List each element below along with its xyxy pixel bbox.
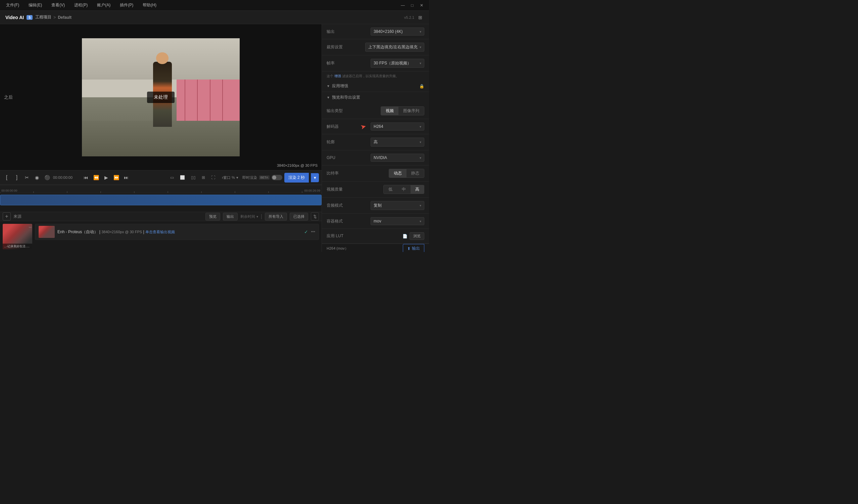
crop-dropdown[interactable]: 上下黑边填充/左右黑边填充 ▾ [365,43,424,52]
bitrate-dynamic-button[interactable]: 动态 [389,169,407,178]
step-forward-button[interactable]: ⏩ [112,174,120,181]
sort-button[interactable]: ⇅ [311,212,319,221]
output-dropdown-value: 3840×2160 (4K) [374,29,402,34]
mark-in-button[interactable]: [ [3,174,11,181]
export-main-button[interactable]: ⬆ 输出 [403,244,424,252]
zoom-control[interactable]: r窗口 % ▾ [220,175,240,180]
menu-help[interactable]: 帮助(H) [141,2,158,9]
render-button[interactable]: 渲染 2 秒 [284,173,309,182]
lut-browse-button[interactable]: 浏览 [410,232,424,240]
decoder-dropdown[interactable]: H264 ▾ [370,123,424,131]
app-header: Video AI 5 工程项目 > Default v5.2.1 ⊞ [0,11,429,24]
container-dropdown[interactable]: mov ▾ [370,217,424,225]
preview-source-button[interactable]: 预览 [205,213,220,221]
quality-mid-button[interactable]: 中 [397,185,411,194]
live-render-toggle[interactable] [272,175,282,180]
quality-dropdown[interactable]: 高 ▾ [370,137,424,147]
bitrate-static-button[interactable]: 静态 [407,169,424,178]
output-type-image-button[interactable]: 图像序列 [398,107,424,115]
resolution-info: 3840×2160px @ 30 FPS [277,163,318,167]
container-dropdown-value: mov [374,219,381,224]
export-button-group: ⬆ 输出 [403,244,424,252]
clip-more-button[interactable]: ••• [311,229,315,234]
selected-button[interactable]: 已选择 [290,213,308,221]
zoom-arrow: ▾ [236,176,238,180]
bitrate-row: 比特率 动态 静态 [327,169,424,178]
view-sidebyside[interactable]: ▯▯ [188,175,198,180]
output-value: 3840×2160 (4K) ▾ [370,28,424,36]
player-controls: [ ] ✂ ◉ ⚫ 00:00:00:00 ⏮ ⏪ ▶ ⏩ ⏭ ▭ ⬜ ▯▯ ⊞… [0,170,322,185]
breadcrumb: 工程项目 > Default [35,14,72,20]
play-button[interactable]: ▶ [102,174,110,181]
source-thumbnail[interactable]: ...-记录美好生活.mp4 ... [3,224,32,249]
output-type-row: 输出类型 视频 图像序列 [327,107,424,115]
fps-row: 帧率 30 FPS（原始视频） ▾ [327,59,424,68]
beta-badge: BETA [259,176,270,180]
source-thumb-name: ...-记录美好生活.mp4 [3,244,32,249]
decoder-group: ➤ H264 ▾ [370,123,424,131]
bitrate-section: 比特率 动态 静态 [322,165,429,181]
section-toggle2-icon: ▼ [327,96,330,99]
source-thumb-menu-button[interactable]: ... [29,225,32,228]
export-source-button[interactable]: 输出 [223,213,238,221]
maximize-button[interactable]: □ [409,2,416,9]
render-dropdown-button[interactable]: ▾ [311,173,319,182]
view-overlay[interactable]: ⊞ [199,175,208,180]
clip-thumbnail [38,226,55,238]
source-content: ...-记录美好生活.mp4 ... Enh - Proteus（自动） | 3… [0,221,322,252]
quality-low-button[interactable]: 低 [384,185,397,194]
breadcrumb-current[interactable]: Default [58,15,72,20]
gpu-section: GPU NVIDIA ▾ [322,150,429,165]
output-type-video-button[interactable]: 视频 [381,107,398,115]
gpu-dropdown[interactable]: NVIDIA ▾ [370,154,424,162]
view-split[interactable]: ⬜ [177,175,188,180]
expand-button[interactable]: ⊞ [417,14,424,21]
apply-enhance-header[interactable]: ▼ 应用增强 🔒 [322,81,429,92]
menu-account[interactable]: 账户(A) [95,2,112,9]
menu-file[interactable]: 文件(F) [4,2,21,9]
remaining-time-arrow[interactable]: ▾ [256,215,258,218]
step-back-button[interactable]: ⏪ [92,174,100,181]
view-single[interactable]: ▭ [168,175,177,180]
add-source-button[interactable]: + [3,212,11,221]
timeline-clip[interactable] [0,195,322,205]
close-button[interactable]: ✕ [418,2,425,9]
preview-export-title: 预览和导出设置 [332,95,360,100]
menu-process[interactable]: 进程(P) [72,2,90,9]
fps-section: 帧率 30 FPS（原始视频） ▾ [322,55,429,71]
mark-out-button[interactable]: ] [13,174,21,181]
import-all-button[interactable]: 所有导入 [265,213,287,221]
prev-clip-button[interactable]: ⏮ [82,174,90,181]
output-dropdown[interactable]: 3840×2160 (4K) ▾ [370,28,424,36]
view-fullscreen[interactable]: ⛶ [208,175,218,180]
cut-button[interactable]: ✂ [23,174,31,181]
minimize-button[interactable]: — [399,2,406,9]
menu-plugin[interactable]: 插件(P) [118,2,135,9]
quality-row: 轮廓 高 ▾ [327,137,424,147]
decoder-section: 解码器 ➤ H264 ▾ [322,119,429,134]
preview-area: 之后 未处理 [0,24,322,170]
video-quality-label: 视频质量 [327,186,350,192]
export-format-label: H264 (mov） [327,246,348,251]
lut-value: 📄 浏览 [402,232,424,240]
menu-edit[interactable]: 编辑(E) [27,2,44,9]
clip-name: Enh - Proteus（自动） | 3840×2160px @ 30 FPS… [58,229,301,235]
lut-label: 应用 LUT [327,233,350,239]
audio-dropdown[interactable]: 复制 ▾ [370,201,424,210]
preview-export-header[interactable]: ▼ 预览和导出设置 [322,92,429,103]
timeline-track[interactable] [0,193,322,207]
fps-dropdown[interactable]: 30 FPS（原始视频） ▾ [370,59,424,68]
next-clip-button[interactable]: ⏭ [122,174,130,181]
timeline-ruler[interactable]: 00:00:00:00 00:00:26:09 [0,185,322,193]
breadcrumb-home[interactable]: 工程项目 [35,14,51,20]
loop-button[interactable]: ◉ [33,174,41,181]
record-button[interactable]: ⚫ [43,174,51,181]
video-quality-row: 视频质量 低 中 高 [327,185,424,194]
menu-view[interactable]: 查看(V) [49,2,67,9]
clip-output-link[interactable]: 单击查看输出视频 [145,230,175,234]
output-dropdown-arrow: ▾ [419,30,421,34]
output-row: 输出 3840×2160 (4K) ▾ [327,28,424,36]
audio-value: 复制 ▾ [370,201,424,210]
titlebar-menus: 文件(F) 编辑(E) 查看(V) 进程(P) 账户(A) 插件(P) 帮助(H… [4,2,158,9]
quality-high-button[interactable]: 高 [411,185,424,194]
